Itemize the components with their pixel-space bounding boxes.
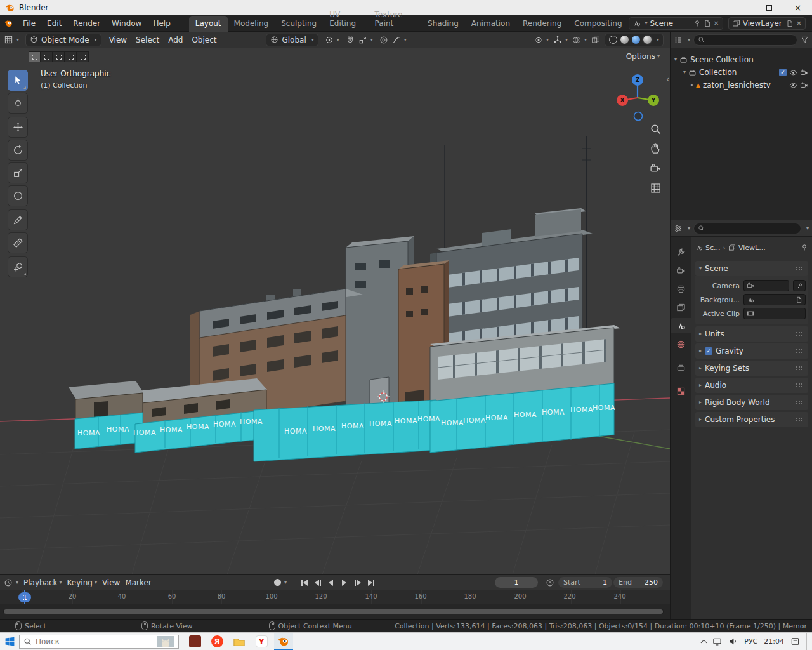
menu-add[interactable]: Add: [167, 36, 184, 44]
tool-scale[interactable]: [8, 162, 28, 183]
select-mode-intersect-button[interactable]: [77, 51, 89, 62]
tab-tool[interactable]: [671, 244, 691, 260]
pivot-dropdown[interactable]: ▾: [325, 36, 339, 44]
shading-solid-button[interactable]: [620, 36, 629, 44]
menu-help[interactable]: Help: [147, 19, 176, 28]
shading-material-button[interactable]: [632, 36, 640, 44]
timeline-ruler[interactable]: 20 40 60 80 100 120 140 160 180 200 220 …: [0, 590, 670, 604]
taskbar-file-explorer[interactable]: [230, 633, 249, 650]
select-mode-invert-button[interactable]: [65, 51, 77, 62]
workspace-tab-compositing[interactable]: Compositing: [568, 16, 628, 32]
proportional-edit-icon[interactable]: [379, 36, 388, 44]
camera-field[interactable]: [743, 280, 789, 291]
tab-output[interactable]: [671, 281, 691, 296]
chevron-down-icon[interactable]: ▾: [806, 226, 809, 231]
end-frame-field[interactable]: End 250: [613, 577, 663, 588]
drag-grip[interactable]: [796, 348, 804, 354]
minimize-button[interactable]: [726, 0, 755, 15]
jump-to-end-button[interactable]: [365, 577, 377, 588]
select-mode-subtract-button[interactable]: [53, 51, 65, 62]
tool-measure[interactable]: [8, 232, 28, 253]
viewport-3d[interactable]: HOMAHOMA HOMAHOMA HOMAHOMA HOMAHOMA HOMA…: [0, 48, 670, 574]
drag-grip[interactable]: [796, 366, 804, 371]
disclosure-icon[interactable]: ▾: [674, 57, 677, 62]
scene-3d[interactable]: HOMAHOMA HOMAHOMA HOMAHOMA HOMAHOMA HOMA…: [0, 48, 670, 574]
tool-transform[interactable]: [8, 185, 28, 206]
drag-grip[interactable]: [796, 417, 804, 423]
new-scene-icon[interactable]: [704, 20, 711, 27]
show-desktop-button[interactable]: [806, 633, 809, 650]
new-viewlayer-icon[interactable]: [786, 20, 794, 27]
item-label[interactable]: Collection: [699, 68, 776, 77]
tab-view-layer[interactable]: [671, 300, 691, 315]
outliner-row-scene-collection[interactable]: ▾ Scene Collection: [674, 53, 811, 66]
taskbar-search-input[interactable]: [36, 637, 153, 646]
collection-checkbox[interactable]: ✓: [779, 69, 787, 76]
tab-scene[interactable]: [671, 318, 691, 333]
visibility-dropdown[interactable]: ▾: [534, 36, 549, 44]
navigation-gizmo[interactable]: Z X Y: [615, 72, 660, 121]
disclosure-icon[interactable]: ▸: [691, 83, 693, 88]
remove-viewlayer-icon[interactable]: ×: [796, 20, 802, 27]
menu-select[interactable]: Select: [134, 36, 160, 44]
menu-view[interactable]: View: [108, 36, 128, 44]
section-gravity[interactable]: ▸ ✓ Gravity: [695, 343, 808, 359]
overlays-dropdown[interactable]: ▾: [572, 36, 587, 44]
pin-icon[interactable]: [693, 20, 701, 27]
clock[interactable]: 21:04: [764, 637, 784, 646]
taskbar-search-box[interactable]: [19, 635, 179, 649]
next-keyframe-button[interactable]: [351, 577, 363, 588]
item-label[interactable]: Scene Collection: [690, 55, 808, 64]
section-units[interactable]: ▸ Units: [695, 326, 808, 342]
scene-selector[interactable]: ▾ Scene ×: [629, 17, 723, 30]
menu-render[interactable]: Render: [67, 19, 106, 28]
ortho-grid-icon[interactable]: [650, 182, 662, 194]
outliner-row-object[interactable]: ▸ ▲ zaton_lesnichestv: [674, 79, 811, 91]
drag-grip[interactable]: [796, 383, 804, 388]
section-rigid-body-world[interactable]: ▸ Rigid Body World: [695, 395, 808, 410]
editor-type-button[interactable]: ▾: [4, 35, 19, 44]
tool-cursor[interactable]: [8, 93, 28, 114]
breadcrumb-scene[interactable]: Sc...: [705, 244, 721, 252]
breadcrumb-viewlayer[interactable]: ViewL...: [738, 244, 766, 252]
item-label[interactable]: zaton_lesnichestv: [703, 81, 787, 90]
workspace-tab-modeling[interactable]: Modeling: [228, 16, 275, 32]
restore-button[interactable]: [755, 0, 783, 15]
section-audio[interactable]: ▸ Audio: [695, 378, 808, 393]
tab-render[interactable]: [671, 263, 691, 278]
auto-keying-record-button[interactable]: [274, 579, 281, 586]
timeline-scrollbar-track[interactable]: [3, 609, 664, 614]
menu-marker[interactable]: Marker: [125, 578, 151, 587]
camera-view-icon[interactable]: [650, 162, 662, 175]
snap-magnet-icon[interactable]: [346, 36, 355, 44]
tray-expand-icon[interactable]: [701, 639, 707, 646]
mode-dropdown[interactable]: Object Mode ▾: [25, 34, 102, 46]
background-scene-field[interactable]: [743, 294, 806, 305]
menu-file[interactable]: File: [17, 19, 41, 28]
taskbar-blender-active[interactable]: [274, 633, 293, 650]
taskbar-app-1[interactable]: [185, 633, 204, 650]
jump-to-start-button[interactable]: [298, 577, 310, 588]
start-button[interactable]: [0, 633, 19, 650]
menu-playback[interactable]: Playback▾: [23, 578, 62, 587]
outliner-row-collection[interactable]: ▾ Collection ✓: [674, 66, 811, 79]
drag-grip[interactable]: [796, 400, 804, 406]
close-button[interactable]: ×: [783, 0, 812, 15]
section-keying-sets[interactable]: ▸ Keying Sets: [695, 361, 808, 376]
active-clip-field[interactable]: [743, 308, 806, 319]
drag-grip[interactable]: [796, 331, 804, 337]
viewlayer-selector[interactable]: ViewLayer ×: [728, 17, 806, 30]
zoom-icon[interactable]: [650, 123, 662, 135]
menu-keying[interactable]: Keying▾: [67, 578, 97, 587]
workspace-tab-texture-paint[interactable]: Texture Paint: [369, 7, 422, 32]
new-icon[interactable]: [796, 296, 802, 303]
hide-eye-icon[interactable]: [789, 81, 797, 90]
workspace-tab-sculpting[interactable]: Sculpting: [275, 16, 323, 32]
timeline-scrollbar-thumb[interactable]: [4, 609, 663, 614]
options-button[interactable]: Options ▾: [626, 52, 660, 61]
timeline-editor-type-button[interactable]: ▾: [4, 578, 18, 587]
shading-wireframe-button[interactable]: [609, 36, 617, 44]
prev-keyframe-button[interactable]: [311, 577, 324, 588]
snap-target-icon[interactable]: [358, 36, 367, 44]
disable-render-icon[interactable]: [800, 69, 808, 77]
